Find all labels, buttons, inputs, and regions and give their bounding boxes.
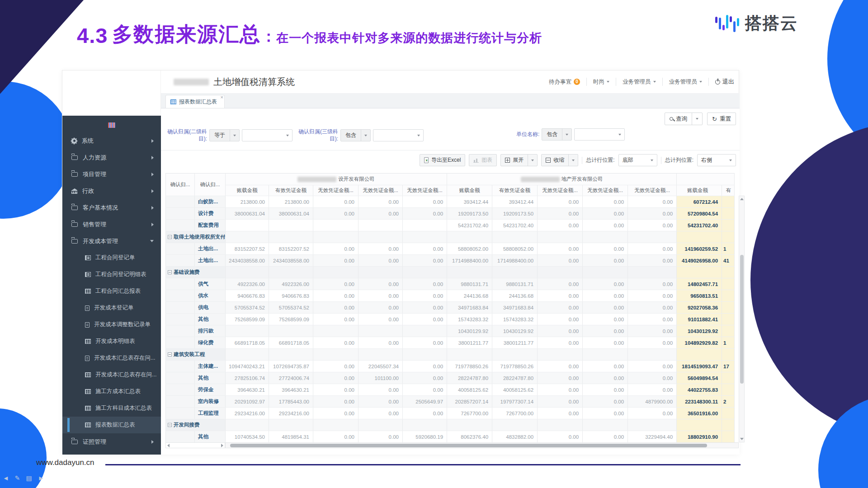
table-cell: 0.00	[628, 196, 677, 208]
collapse-row-icon[interactable]	[168, 270, 172, 274]
scroll-up-icon[interactable]	[740, 198, 744, 200]
table-cell: 202857207.14	[447, 396, 492, 408]
filter-value-select[interactable]	[574, 128, 625, 141]
filter-operator-select[interactable]: 包含	[542, 128, 572, 141]
sidebar-subitem[interactable]: 开发成本明细表	[62, 333, 161, 350]
table-cell	[313, 231, 359, 243]
fixed-cell	[166, 431, 195, 443]
collapse-button[interactable]: 收缩	[541, 154, 578, 166]
sidebar-item[interactable]: 销售管理	[62, 216, 161, 233]
sidebar-item[interactable]: 行政	[62, 183, 161, 199]
table-cell	[226, 267, 269, 278]
total-row-position-label: 总计行位置:	[586, 156, 614, 164]
total-row-position-select[interactable]: 底部	[618, 154, 657, 166]
theme-dropdown[interactable]: 时尚	[593, 78, 609, 86]
sidebar-item[interactable]: 系统	[62, 132, 161, 149]
query-button[interactable]: 查询	[665, 113, 703, 125]
doc-icon	[85, 356, 90, 361]
sidebar-item[interactable]: 客户基本情况	[62, 199, 161, 216]
dropdown-toggle[interactable]	[568, 155, 578, 166]
table-cell: 0.00	[583, 220, 628, 231]
sidebar-subitem[interactable]: 工程合同汇总报表	[62, 283, 161, 300]
sidebar-subitem[interactable]: 施工方成本汇总表	[62, 383, 161, 400]
panel-icon[interactable]: ▤	[26, 474, 32, 482]
sidebar-subitem[interactable]: 开发成本汇总表存在问...	[62, 366, 161, 383]
table-icon	[85, 339, 91, 344]
horizontal-scrollbar-thumb[interactable]	[230, 444, 707, 447]
row-name-cell: 劳保金	[195, 384, 226, 396]
scroll-down-icon[interactable]	[740, 438, 744, 440]
table-cell: 1094740243.21	[226, 361, 269, 372]
table-cell: 9406676.83	[226, 290, 269, 302]
clipped-cell	[722, 419, 735, 431]
scroll-left-icon[interactable]	[167, 444, 170, 447]
sidebar-item[interactable]: 人力资源	[62, 149, 161, 166]
tab-report-data-summary[interactable]: 报表数据汇总表 ×	[165, 95, 225, 108]
sidebar-item[interactable]: 项目管理	[62, 166, 161, 183]
table-cell: 0.00	[359, 255, 403, 267]
logout-button[interactable]: 退出	[715, 78, 734, 86]
sidebar-item[interactable]: 开发成本管理	[62, 233, 161, 249]
table-cell: 0.00	[628, 208, 677, 220]
table-cell: 15743283.32	[447, 314, 492, 325]
clipped-cell	[722, 431, 735, 443]
table-cell	[269, 220, 313, 231]
table-cell	[226, 220, 269, 231]
table-cell	[403, 267, 447, 278]
forward-arrow-icon[interactable]: ►	[38, 474, 44, 482]
horizontal-scrollbar[interactable]	[225, 442, 739, 448]
vertical-scrollbar[interactable]	[739, 196, 745, 442]
close-icon[interactable]: ×	[221, 94, 223, 100]
folder-icon	[71, 155, 78, 160]
sidebar-subitem[interactable]: 工程合同登记单	[62, 249, 161, 266]
table-cell: 22045507.34	[359, 361, 403, 372]
table-cell: 38000631.04	[269, 208, 313, 220]
collapse-row-icon[interactable]	[168, 352, 172, 357]
role-dropdown[interactable]: 业务管理员	[623, 78, 656, 86]
fixed-cell	[166, 196, 195, 208]
table-cell: 0.00	[538, 325, 583, 337]
filter-value-select[interactable]	[373, 129, 424, 141]
table-cell: 0.00	[583, 290, 628, 302]
collapse-row-icon[interactable]	[168, 423, 172, 427]
table-cell: 0.00	[313, 278, 359, 290]
total-col-position-select[interactable]: 右侧	[697, 154, 736, 166]
table-cell: 0.00	[403, 372, 447, 384]
scroll-right-icon[interactable]	[221, 444, 223, 447]
table-cell: 0.00	[583, 337, 628, 349]
sidebar-subitem[interactable]: 施工方科目成本汇总表	[62, 400, 161, 417]
todo-link[interactable]: 待办事宜0	[549, 78, 580, 86]
vertical-scrollbar-thumb[interactable]	[740, 255, 744, 384]
query-dropdown-toggle[interactable]	[692, 113, 702, 125]
table-cell: 2434038558.00	[269, 255, 313, 267]
table-cell: 0.00	[359, 408, 403, 419]
table-row: 设计费38000631.0438000631.040.000.000.00192…	[166, 208, 735, 220]
sidebar-subitem[interactable]: 开发成本汇总表存在问...	[62, 350, 161, 366]
report-table-area: 确认归...确认归...设开发有限公司地产开发有限公司账载金额有效凭证金额无效凭…	[165, 173, 735, 443]
table-cell	[492, 349, 538, 361]
collapse-row-icon[interactable]	[168, 235, 172, 239]
table-cell: 0.00	[313, 196, 359, 208]
pen-icon[interactable]: ✎	[15, 474, 20, 482]
sidebar-item[interactable]: 清算审核报表管理	[62, 450, 161, 455]
sidebar-subitem[interactable]: 工程合同登记明细表	[62, 266, 161, 283]
filter-operator-select[interactable]: 等于	[209, 129, 240, 141]
sidebar-subitem[interactable]: 开发成本登记单	[62, 300, 161, 316]
sidebar-subitem-active[interactable]: 报表数据汇总表	[62, 417, 161, 433]
excel-button[interactable]: 导出至Excel	[420, 154, 465, 166]
dropdown-toggle[interactable]	[528, 155, 537, 166]
expand-button[interactable]: 展开	[500, 154, 538, 166]
todo-count-badge: 0	[574, 79, 580, 85]
chevron-down-icon	[618, 134, 621, 136]
sidebar-subitem[interactable]: 开发成本调整数记录单	[62, 316, 161, 333]
table-cell	[492, 267, 538, 278]
sidebar-item[interactable]: 证照管理	[62, 433, 161, 450]
filter-operator-select[interactable]: 包含	[340, 129, 371, 141]
user-dropdown[interactable]: 业务管理员	[669, 78, 703, 86]
reset-button[interactable]: ↻重置	[707, 113, 736, 125]
table-row: 绿化费66891718.0566891718.050.000.000.00380…	[166, 337, 735, 349]
chevron-down-icon	[651, 160, 653, 161]
fixed-columns-hscrollbar[interactable]	[165, 442, 225, 448]
back-arrow-icon[interactable]: ◄	[3, 474, 9, 482]
filter-value-select[interactable]	[242, 129, 292, 141]
